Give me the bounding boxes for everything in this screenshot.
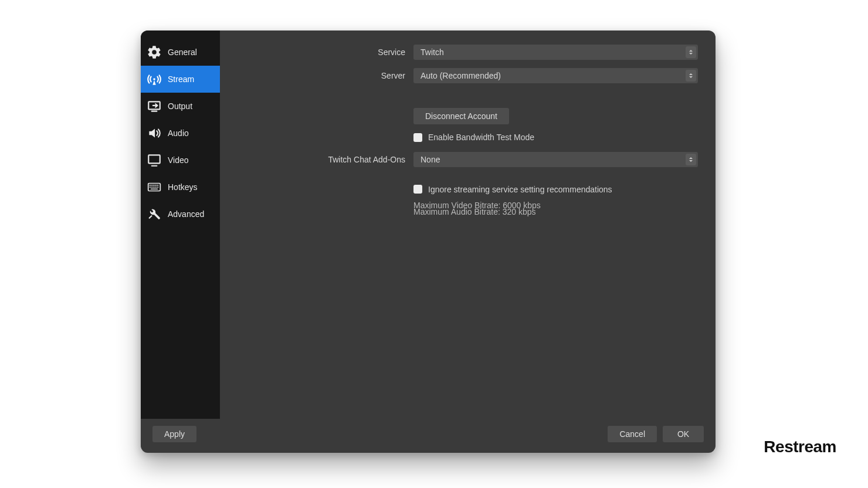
sidebar-item-general[interactable]: General [141,39,220,66]
server-select[interactable]: Auto (Recommended) [413,68,698,83]
footer: Apply Cancel OK [141,419,716,453]
main-panel: Service Twitch Server Auto (Recommended) [220,30,716,419]
sidebar: General Stream [141,30,220,419]
sidebar-item-advanced[interactable]: Advanced [141,201,220,228]
gear-icon [147,45,162,60]
checkbox-box [413,133,422,142]
service-select[interactable]: Twitch [413,45,698,60]
max-audio-bitrate-text: Maximum Audio Bitrate: 320 kbps [413,206,698,218]
checkbox-box [413,185,422,194]
sidebar-item-stream[interactable]: Stream [141,66,220,93]
sidebar-item-video[interactable]: Video [141,147,220,174]
output-icon [147,99,162,114]
addons-value: None [421,155,440,164]
server-value: Auto (Recommended) [421,71,501,80]
service-value: Twitch [421,48,444,57]
tools-icon [147,206,162,222]
antenna-icon [147,72,162,87]
settings-window: General Stream [141,30,716,453]
bandwidth-test-checkbox[interactable]: Enable Bandwidth Test Mode [413,133,534,142]
window-body: General Stream [141,30,716,419]
bandwidth-test-label: Enable Bandwidth Test Mode [428,133,534,142]
keyboard-icon [147,179,162,195]
ok-button[interactable]: OK [663,426,704,442]
service-label: Service [220,48,413,57]
server-label: Server [220,71,413,80]
svg-rect-2 [148,155,160,163]
sidebar-item-label: Hotkeys [168,182,198,192]
sidebar-item-label: Advanced [168,209,204,219]
sidebar-item-label: General [168,48,197,57]
apply-button[interactable]: Apply [152,426,196,442]
speaker-icon [147,126,162,141]
sidebar-item-label: Video [168,155,189,165]
ignore-recommendations-label: Ignore streaming service setting recomme… [428,185,612,194]
sidebar-item-audio[interactable]: Audio [141,120,220,147]
addons-label: Twitch Chat Add-Ons [220,155,413,164]
stepper-icon [686,154,696,165]
stepper-icon [686,70,696,82]
sidebar-item-label: Output [168,101,192,111]
watermark-text: Restream [764,438,836,456]
sidebar-item-label: Audio [168,128,189,138]
sidebar-item-hotkeys[interactable]: Hotkeys [141,174,220,201]
sidebar-item-label: Stream [168,74,194,84]
disconnect-account-button[interactable]: Disconnect Account [413,108,509,124]
ignore-recommendations-checkbox[interactable]: Ignore streaming service setting recomme… [413,185,612,194]
stepper-icon [686,46,696,58]
twitch-addons-select[interactable]: None [413,152,698,167]
sidebar-item-output[interactable]: Output [141,93,220,120]
svg-point-0 [153,78,155,80]
monitor-icon [147,152,162,168]
cancel-button[interactable]: Cancel [608,426,657,442]
